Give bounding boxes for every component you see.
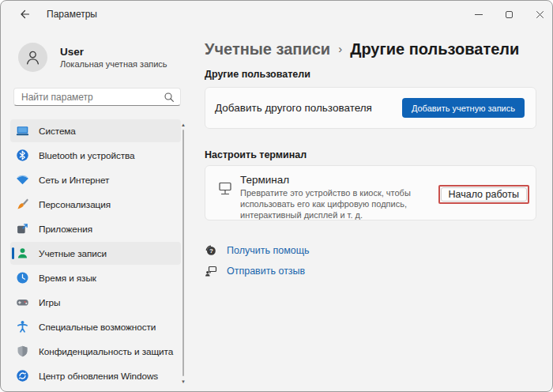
sidebar-item-accessibility[interactable]: Специальные возможности <box>10 315 181 338</box>
send-feedback-link[interactable]: Отправить отзыв <box>205 261 536 281</box>
user-profile[interactable]: User Локальная учетная запись <box>18 43 195 72</box>
sidebar-item-accounts[interactable]: Учетные записи <box>10 242 181 265</box>
time-language-icon <box>16 271 29 285</box>
get-help-label: Получить помощь <box>227 245 309 256</box>
sidebar-item-network[interactable]: Сеть и Интернет <box>10 168 181 191</box>
annotation-highlight: Начало работы <box>438 185 529 204</box>
window-controls <box>463 1 553 28</box>
sidebar-item-label: Bluetooth и устройства <box>39 150 135 161</box>
sidebar-scrollbar[interactable]: ▲ ▼ <box>179 122 187 385</box>
search-icon <box>164 92 175 103</box>
sidebar: User Локальная учетная запись Найти пара… <box>1 28 195 391</box>
minimize-icon <box>475 14 483 15</box>
feedback-icon <box>205 265 217 277</box>
sidebar-item-time-language[interactable]: Время и язык <box>10 266 181 289</box>
search-placeholder: Найти параметр <box>21 92 93 103</box>
add-user-label: Добавить другого пользователя <box>215 102 402 114</box>
back-button[interactable] <box>13 5 36 24</box>
kiosk-card: Терминал Превратите это устройство в кио… <box>205 165 536 220</box>
sidebar-item-personalization[interactable]: Персонализация <box>10 193 181 216</box>
sidebar-item-label: Приложения <box>39 224 92 235</box>
section-header-other-users: Другие пользователи <box>205 67 536 81</box>
bluetooth-icon <box>16 149 29 162</box>
kiosk-description: Превратите это устройство в киоск, чтобы… <box>240 188 444 220</box>
user-name: User <box>60 46 167 58</box>
kiosk-title: Терминал <box>240 174 438 187</box>
page-title: Другие пользователи <box>350 38 519 60</box>
minimize-button[interactable] <box>463 1 494 28</box>
maximize-button[interactable] <box>494 1 525 28</box>
maximize-icon <box>506 11 513 18</box>
sidebar-item-gaming[interactable]: Игры <box>10 291 181 314</box>
sidebar-item-apps[interactable]: Приложения <box>10 217 181 240</box>
breadcrumb-separator-icon: › <box>338 38 342 60</box>
settings-window: Параметры User Локальная учетная запись … <box>0 0 553 392</box>
get-started-button[interactable]: Начало работы <box>441 187 527 202</box>
sidebar-item-label: Персонализация <box>39 199 111 210</box>
accounts-icon <box>16 247 29 260</box>
privacy-icon <box>16 345 29 358</box>
sidebar-item-label: Специальные возможности <box>39 322 156 333</box>
search-input[interactable]: Найти параметр <box>13 88 181 106</box>
person-icon <box>24 48 42 66</box>
network-icon <box>16 173 29 187</box>
gaming-icon <box>16 296 29 309</box>
apps-icon <box>16 222 29 236</box>
add-user-card: Добавить другого пользователя Добавить у… <box>205 87 536 129</box>
kiosk-icon <box>217 181 233 197</box>
breadcrumb-parent[interactable]: Учетные записи <box>205 38 330 60</box>
sidebar-item-label: Сеть и Интернет <box>39 175 109 186</box>
sidebar-item-windows-update[interactable]: Центр обновления Windows <box>10 364 181 387</box>
footer-links: ? Получить помощь Отправить отзыв <box>205 240 536 281</box>
window-title: Параметры <box>47 9 97 20</box>
account-type: Локальная учетная запись <box>60 59 167 69</box>
sidebar-item-bluetooth[interactable]: Bluetooth и устройства <box>10 144 181 167</box>
personalization-icon <box>16 198 29 211</box>
scrollbar-up-icon[interactable]: ▲ <box>179 122 187 128</box>
avatar <box>18 43 47 72</box>
get-help-link[interactable]: ? Получить помощь <box>205 240 536 261</box>
titlebar: Параметры <box>1 1 552 28</box>
sidebar-item-label: Конфиденциальность и защита <box>39 346 173 357</box>
send-feedback-label: Отправить отзыв <box>227 266 305 277</box>
close-icon <box>536 10 544 19</box>
svg-text:?: ? <box>209 247 213 254</box>
sidebar-item-label: Учетные записи <box>39 248 107 259</box>
section-header-kiosk: Настроить терминал <box>205 148 536 162</box>
sidebar-item-label: Время и язык <box>39 273 96 284</box>
selected-indicator <box>12 247 14 259</box>
back-arrow-icon <box>18 8 31 21</box>
sidebar-item-label: Система <box>39 126 76 137</box>
sidebar-item-system[interactable]: Система <box>10 119 181 142</box>
scrollbar-thumb[interactable] <box>182 130 184 376</box>
windows-update-icon <box>16 369 29 383</box>
add-account-button[interactable]: Добавить учетную запись <box>402 98 525 118</box>
help-icon: ? <box>205 244 217 257</box>
scrollbar-down-icon[interactable]: ▼ <box>179 379 187 385</box>
sidebar-nav: Система Bluetooth и устройства Сеть и Ин… <box>10 119 181 387</box>
sidebar-item-label: Центр обновления Windows <box>39 371 158 382</box>
breadcrumb: Учетные записи › Другие пользователи <box>205 38 536 60</box>
accessibility-icon <box>16 320 29 334</box>
close-button[interactable] <box>525 1 553 28</box>
sidebar-item-label: Игры <box>39 297 60 308</box>
sidebar-item-privacy[interactable]: Конфиденциальность и защита <box>10 340 181 363</box>
system-icon <box>16 124 29 138</box>
main-content: Учетные записи › Другие пользователи Дру… <box>195 28 552 391</box>
